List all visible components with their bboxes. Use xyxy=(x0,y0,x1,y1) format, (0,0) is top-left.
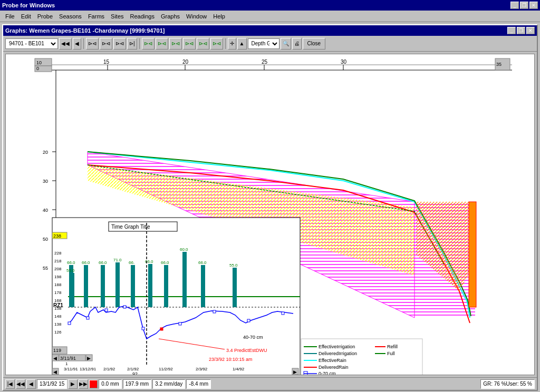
svg-text:148: 148 xyxy=(54,314,62,319)
toolbar-separator-1 xyxy=(83,38,84,49)
main-svg: 10 0 10 0 15 20 25 30 35 35 xyxy=(6,54,523,375)
menu-farms[interactable]: Farms xyxy=(85,12,108,21)
app-title-bar: Probe for Windows _ ❐ ✕ xyxy=(0,0,540,11)
inner-title-buttons: _ ❐ ✕ xyxy=(507,27,535,34)
svg-text:0-70 cm: 0-70 cm xyxy=(319,371,336,375)
svg-text:40-70 cm: 40-70 cm xyxy=(243,335,263,340)
inner-close-button[interactable]: ✕ xyxy=(526,27,535,34)
status-nav-5[interactable]: ▶▶ xyxy=(79,379,88,389)
svg-rect-88 xyxy=(68,322,71,325)
svg-text:1/4/92: 1/4/92 xyxy=(233,367,245,371)
inner-window: Graphs: Wemen Grapes-BE101 -Chardonnay [… xyxy=(2,24,538,391)
svg-text:2/3/92: 2/3/92 xyxy=(196,367,208,371)
status-nav-4[interactable]: ▶ xyxy=(68,379,78,389)
menu-readings[interactable]: Readings xyxy=(127,12,158,21)
app-title: Probe for Windows xyxy=(2,2,55,8)
svg-text:66.0: 66.0 xyxy=(82,260,90,265)
svg-text:Refill: Refill xyxy=(387,344,398,349)
svg-text:66.0: 66.0 xyxy=(161,260,169,265)
status-value2: 197.9 mm xyxy=(123,379,151,389)
svg-text:◀: ◀ xyxy=(53,369,57,375)
svg-rect-77 xyxy=(148,264,152,307)
site-dropdown[interactable]: 94701 - BE101 xyxy=(5,38,58,49)
svg-rect-75 xyxy=(131,265,135,307)
menu-seasons[interactable]: Seasons xyxy=(56,12,85,21)
up-btn[interactable]: ▲ xyxy=(237,38,247,50)
svg-text:50: 50 xyxy=(43,237,48,242)
svg-rect-73 xyxy=(115,262,120,307)
maximize-button[interactable]: ❐ xyxy=(520,2,528,9)
svg-rect-85 xyxy=(233,268,237,307)
svg-text:178: 178 xyxy=(54,290,62,295)
close-button[interactable]: ✕ xyxy=(529,2,538,9)
svg-text:218: 218 xyxy=(54,259,62,263)
svg-rect-79 xyxy=(164,265,168,307)
svg-text:71.0: 71.0 xyxy=(113,258,122,262)
minimize-button[interactable]: _ xyxy=(510,2,519,9)
svg-text:EffectiveRain: EffectiveRain xyxy=(319,358,346,363)
svg-rect-91 xyxy=(123,306,126,308)
status-stop-btn[interactable] xyxy=(89,380,98,388)
svg-rect-96 xyxy=(247,319,250,322)
menu-sites[interactable]: Sites xyxy=(108,12,127,21)
svg-text:119: 119 xyxy=(53,348,61,353)
svg-rect-92 xyxy=(142,327,144,330)
status-value1: 0.0 mm xyxy=(99,379,121,389)
nav-left-btn[interactable]: ◀◀ xyxy=(59,38,72,50)
zoom-btn[interactable]: 🔍 xyxy=(281,38,291,50)
inner-title: Graphs: Wemen Grapes-BE101 -Chardonnay [… xyxy=(5,27,165,34)
status-gr-value: GR: 76 % User: 55 % xyxy=(480,379,535,389)
depth-dropdown[interactable]: Depth Graph Title xyxy=(248,38,279,49)
menu-file[interactable]: File xyxy=(2,12,18,21)
status-nav-2[interactable]: ◀◀ xyxy=(16,379,25,389)
status-nav-3[interactable]: ◀ xyxy=(26,379,36,389)
svg-text:238: 238 xyxy=(53,233,61,239)
graph-area: 10 0 10 0 15 20 25 30 35 35 xyxy=(5,54,535,375)
filter-btn-1[interactable]: ⊳⊲ xyxy=(142,38,155,50)
svg-text:208: 208 xyxy=(54,267,62,271)
inner-minimize-button[interactable]: _ xyxy=(507,27,516,34)
tool-btn-2[interactable]: ⊳⊲ xyxy=(100,38,112,50)
menu-edit[interactable]: Edit xyxy=(18,12,34,21)
inner-restore-button[interactable]: ❐ xyxy=(517,27,525,34)
svg-rect-97 xyxy=(282,312,284,315)
menu-window[interactable]: Window xyxy=(183,12,210,21)
filter-btn-4[interactable]: ⊳⊲ xyxy=(183,38,196,50)
svg-text:20: 20 xyxy=(43,150,48,155)
svg-text:20: 20 xyxy=(182,59,189,65)
svg-text:DeliveredIrrigation: DeliveredIrrigation xyxy=(319,351,357,356)
menu-graphs[interactable]: Graphs xyxy=(158,12,183,21)
svg-text:Full: Full xyxy=(387,351,395,356)
filter-btn-6[interactable]: ⊳⊲ xyxy=(210,38,223,50)
menu-probe[interactable]: Probe xyxy=(34,12,56,21)
move-btn[interactable]: ✛ xyxy=(228,38,236,50)
svg-text:228: 228 xyxy=(54,251,62,256)
tool-btn-4[interactable]: ⊳| xyxy=(127,38,137,50)
svg-text:66.0: 66.0 xyxy=(99,260,107,265)
svg-text:EffectiveIrrigation: EffectiveIrrigation xyxy=(319,344,355,349)
svg-text:158: 158 xyxy=(54,306,62,311)
svg-text:◀: ◀ xyxy=(53,356,57,361)
svg-rect-81 xyxy=(182,252,187,307)
svg-rect-32 xyxy=(469,202,476,307)
filter-btn-5[interactable]: ⊳⊲ xyxy=(197,38,209,50)
filter-btn-2[interactable]: ⊳⊲ xyxy=(156,38,168,50)
svg-text:40: 40 xyxy=(43,208,48,213)
menu-bar: File Edit Probe Seasons Farms Sites Read… xyxy=(0,11,540,22)
svg-rect-94 xyxy=(179,322,181,325)
tool-btn-3[interactable]: ⊳⊲ xyxy=(113,38,126,50)
tool-btn-1[interactable]: ⊳⊲ xyxy=(86,38,99,50)
filter-btn-3[interactable]: ⊳⊲ xyxy=(169,38,182,50)
print-btn[interactable]: 🖨 xyxy=(292,38,302,50)
menu-help[interactable]: Help xyxy=(210,12,228,21)
nav-prev-btn[interactable]: ◀ xyxy=(73,38,81,50)
svg-text:60.0: 60.0 xyxy=(180,247,188,252)
status-nav-1[interactable]: |◀ xyxy=(5,379,15,389)
svg-text:92: 92 xyxy=(132,371,138,375)
svg-rect-67 xyxy=(70,273,74,307)
svg-text:55.0: 55.0 xyxy=(229,263,238,268)
svg-text:198: 198 xyxy=(54,275,62,279)
svg-text:30: 30 xyxy=(43,179,48,184)
close-graph-btn[interactable]: Close xyxy=(303,38,326,50)
svg-text:10: 10 xyxy=(36,60,42,65)
